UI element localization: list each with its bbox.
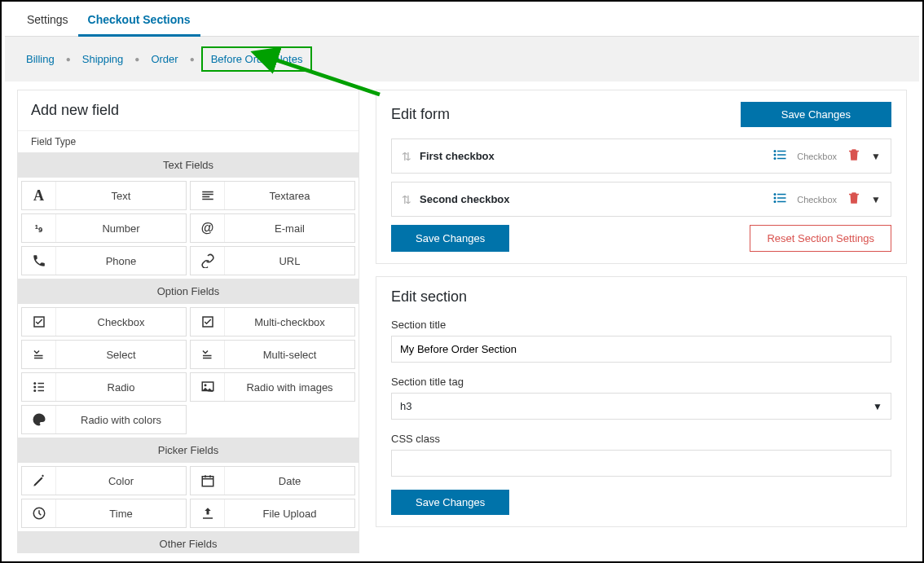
svg-rect-11 (777, 154, 786, 156)
svg-point-14 (774, 193, 777, 196)
email-icon: @ (191, 214, 225, 242)
text-icon: A (22, 182, 56, 209)
svg-rect-17 (777, 197, 786, 199)
group-other-fields: Other Fields (18, 531, 359, 553)
add-field-title: Add new field (18, 90, 359, 130)
group-picker-fields: Picker Fields (18, 438, 359, 463)
field-checkbox[interactable]: Checkbox (21, 307, 187, 336)
field-text[interactable]: AText (21, 181, 187, 210)
color-icon (22, 467, 56, 495)
trash-icon[interactable] (847, 147, 861, 165)
section-title-input[interactable] (391, 336, 891, 363)
radioimages-icon (191, 373, 225, 401)
multicheckbox-icon (191, 308, 225, 336)
tab-settings[interactable]: Settings (17, 5, 78, 36)
svg-rect-6 (202, 477, 213, 486)
multiselect-icon (191, 341, 225, 368)
section-tag-select[interactable]: h3 ▼ (391, 393, 891, 420)
form-item-name: First checkbox (420, 150, 772, 162)
field-radiocolors[interactable]: Radio with colors (21, 405, 187, 434)
field-type-badge: Checkbox (797, 195, 837, 205)
date-icon (191, 467, 225, 495)
field-radio[interactable]: Radio (21, 372, 187, 402)
field-radioimages[interactable]: Radio with images (190, 372, 355, 402)
select-icon (22, 341, 56, 368)
time-icon (22, 499, 56, 527)
field-fileupload[interactable]: File Upload (190, 499, 355, 528)
edit-section-title: Edit section (391, 288, 891, 306)
section-tag-label: Section title tag (391, 376, 891, 388)
svg-point-8 (774, 150, 777, 152)
svg-point-18 (774, 200, 777, 203)
field-phone[interactable]: Phone (21, 246, 187, 275)
field-multicheckbox[interactable]: Multi-checkbox (190, 307, 355, 336)
subtab-before-order-notes[interactable]: Before Order Notes (201, 46, 313, 72)
form-item-row[interactable]: ⇅ Second checkbox Checkbox ▼ (391, 182, 891, 217)
save-changes-top-button[interactable]: Save Changes (741, 102, 891, 127)
field-color[interactable]: Color (21, 466, 187, 495)
textarea-icon (191, 182, 225, 209)
list-icon[interactable] (772, 147, 787, 165)
fileupload-icon (191, 499, 225, 527)
svg-point-2 (33, 386, 36, 389)
form-item-row[interactable]: ⇅ First checkbox Checkbox ▼ (391, 139, 891, 174)
drag-handle-icon[interactable]: ⇅ (402, 193, 411, 206)
separator: ● (190, 55, 195, 64)
css-class-input[interactable] (391, 450, 891, 477)
field-url[interactable]: URL (190, 246, 355, 275)
save-changes-button[interactable]: Save Changes (391, 225, 509, 252)
expand-caret-icon[interactable]: ▼ (871, 194, 881, 205)
separator: ● (66, 55, 71, 64)
subtab-order[interactable]: Order (146, 50, 183, 68)
drag-handle-icon[interactable]: ⇅ (402, 150, 411, 163)
svg-rect-13 (777, 158, 786, 160)
field-number[interactable]: ¹₉Number (21, 213, 187, 243)
svg-point-16 (774, 197, 777, 200)
radiocolors-icon (22, 406, 56, 433)
field-textarea[interactable]: Textarea (190, 181, 355, 210)
svg-point-10 (774, 154, 777, 156)
svg-point-5 (204, 384, 206, 386)
section-tag-value: h3 (400, 400, 411, 412)
radio-icon (22, 373, 56, 401)
svg-rect-19 (777, 201, 786, 203)
url-icon (191, 247, 225, 275)
field-type-label: Field Type (18, 130, 359, 152)
svg-rect-9 (777, 151, 786, 152)
edit-form-title: Edit form (391, 106, 450, 123)
field-time[interactable]: Time (21, 499, 187, 528)
field-type-badge: Checkbox (797, 152, 837, 161)
svg-point-3 (33, 389, 36, 392)
separator: ● (134, 55, 139, 64)
svg-point-1 (33, 382, 36, 385)
svg-point-12 (774, 157, 777, 160)
save-section-button[interactable]: Save Changes (391, 490, 509, 515)
section-title-label: Section title (391, 319, 891, 331)
svg-rect-15 (777, 194, 786, 196)
number-icon: ¹₉ (22, 214, 56, 242)
field-select[interactable]: Select (21, 340, 187, 369)
form-item-name: Second checkbox (420, 193, 772, 205)
css-class-label: CSS class (391, 433, 891, 445)
list-icon[interactable] (772, 191, 787, 208)
field-multiselect[interactable]: Multi-select (190, 340, 355, 369)
chevron-down-icon: ▼ (873, 401, 882, 412)
subtab-shipping[interactable]: Shipping (77, 50, 129, 68)
phone-icon (22, 247, 56, 275)
subtab-billing[interactable]: Billing (21, 50, 59, 68)
field-email[interactable]: @E-mail (190, 213, 355, 243)
field-date[interactable]: Date (190, 466, 355, 495)
tab-checkout-sections[interactable]: Checkout Sections (78, 5, 200, 37)
reset-section-button[interactable]: Reset Section Settings (750, 225, 891, 252)
group-text-fields: Text Fields (18, 152, 359, 178)
checkbox-icon (22, 308, 56, 336)
trash-icon[interactable] (847, 191, 861, 208)
group-option-fields: Option Fields (18, 279, 359, 304)
expand-caret-icon[interactable]: ▼ (871, 151, 881, 162)
